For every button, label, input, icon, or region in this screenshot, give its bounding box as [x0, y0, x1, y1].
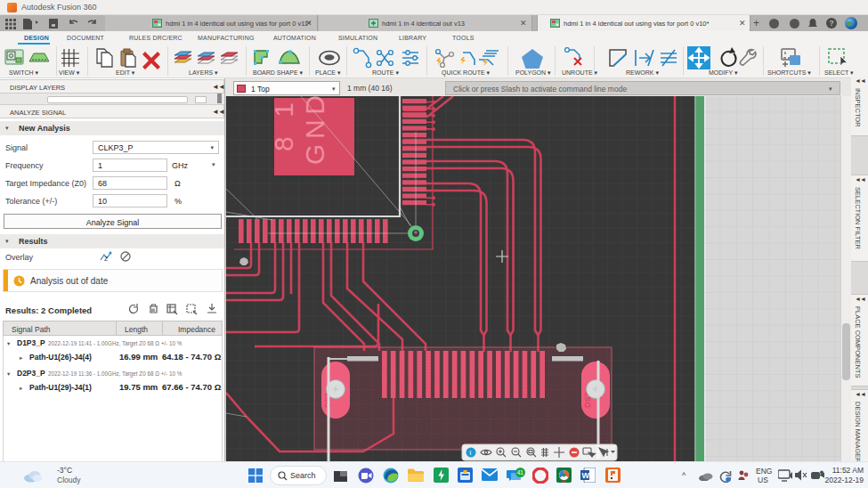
svg-text:Z: Z: [104, 256, 109, 262]
svg-text:41: 41: [517, 469, 524, 476]
svg-text:GND: GND: [300, 96, 329, 165]
svg-text:i: i: [470, 449, 472, 457]
svg-text:W: W: [582, 471, 590, 480]
